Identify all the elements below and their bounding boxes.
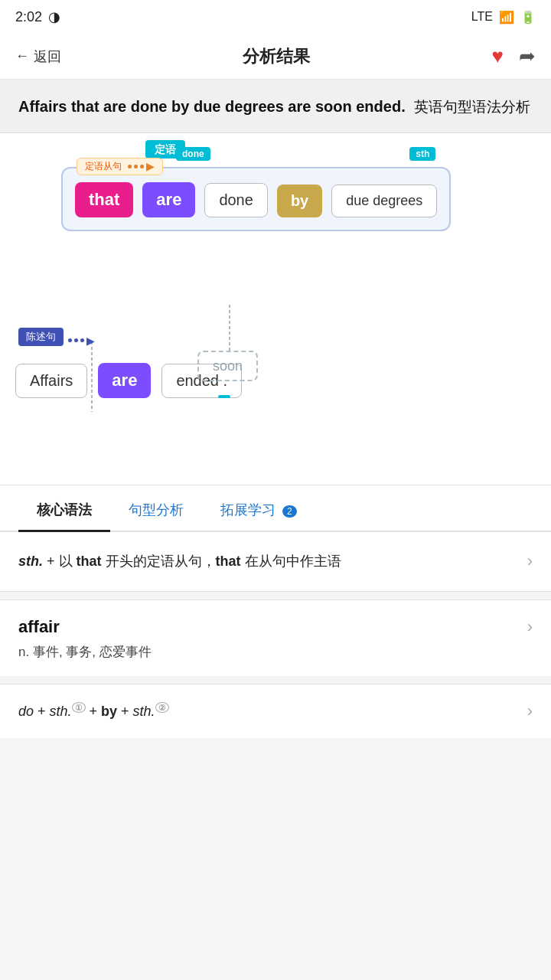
back-arrow-icon: ← (15, 48, 29, 64)
page-title: 分析结果 (243, 45, 310, 68)
top-nav: ← 返回 分析结果 ♥ ➦ (0, 34, 551, 80)
affairs-word: Affairs (15, 364, 87, 398)
sentence-text: Affairs that are done by due degrees are… (18, 95, 533, 119)
vocab-card: affair › n. 事件, 事务, 恋爱事件 (0, 599, 551, 676)
clause-inner-label: 定语从句 ▶ (77, 158, 163, 175)
main-clause-group: 陈述句 ▶ soon Affairs (15, 328, 242, 398)
are2-word: are (98, 363, 151, 398)
share-button[interactable]: ➦ (519, 44, 536, 68)
word-are1[interactable]: are (142, 182, 195, 217)
diagram-inner: 定语 定语从句 ▶ done sth (15, 152, 536, 458)
grammar-chevron-icon: › (527, 701, 533, 721)
tab-sentence[interactable]: 句型分析 (110, 487, 202, 532)
done-word: done (204, 183, 268, 217)
lte-label: LTE (471, 10, 493, 24)
declarative-label: 陈述句 (18, 328, 64, 346)
english-sentence: Affairs that are done by due degrees are… (18, 98, 406, 115)
sentence-header: Affairs that are done by due degrees are… (0, 80, 551, 133)
done2-tag (218, 395, 230, 398)
tab-core[interactable]: 核心语法 (18, 487, 110, 532)
word-affairs[interactable]: Affairs (15, 364, 87, 398)
are1-word: are (142, 182, 195, 217)
word-are2[interactable]: are (98, 363, 151, 398)
chinese-label: 英语句型语法分析 (414, 99, 530, 115)
relative-clause-group: 定语 定语从句 ▶ done sth (61, 167, 451, 231)
word-done[interactable]: done (204, 183, 268, 217)
by-word: by (277, 185, 322, 217)
tabs-bar: 核心语法 句型分析 拓展学习 2 (0, 485, 551, 532)
rel-clause-box: 定语从句 ▶ done sth that (61, 167, 451, 231)
expand-badge: 2 (282, 505, 297, 518)
vocab-word: affair (18, 617, 60, 637)
grammar-pattern-text: do + sth.① + by + sth.② (18, 703, 518, 720)
back-label: 返回 (34, 47, 61, 66)
time-display: 2:02 (15, 9, 42, 25)
grammar-pattern-card[interactable]: do + sth.① + by + sth.② › (0, 684, 551, 738)
vocab-card-top[interactable]: affair › (0, 600, 551, 643)
status-bar: 2:02 ◑ LTE 📶 🔋 (0, 0, 551, 34)
battery-icon: 🔋 (520, 10, 536, 24)
nav-actions: ♥ ➦ (492, 44, 536, 68)
grammar-card-text: sth. + 以 that 开头的定语从句，that 在从句中作主语 (18, 550, 518, 573)
soon-word: soon (197, 351, 258, 381)
back-button[interactable]: ← 返回 (15, 47, 61, 66)
chevron-right-icon: › (527, 551, 533, 571)
vocab-chevron-icon: › (527, 617, 533, 637)
word-that[interactable]: that (75, 182, 133, 217)
diagram-area: 定语 定语从句 ▶ done sth (0, 133, 551, 485)
favorite-button[interactable]: ♥ (492, 44, 504, 68)
done-tag: done (176, 147, 210, 161)
word-due-degrees[interactable]: due degrees (331, 185, 437, 217)
word-by[interactable]: by (277, 185, 322, 217)
that-word: that (75, 182, 133, 217)
tab-expand[interactable]: 拓展学习 2 (202, 487, 315, 532)
vocab-definition: n. 事件, 事务, 恋爱事件 (0, 643, 551, 676)
due-degrees-word: due degrees (331, 185, 437, 217)
grammar-card-1[interactable]: sth. + 以 that 开头的定语从句，that 在从句中作主语 › (0, 532, 551, 593)
half-circle-icon: ◑ (48, 8, 60, 25)
signal-icon: 📶 (499, 10, 514, 24)
sth-tag: sth (409, 147, 435, 161)
